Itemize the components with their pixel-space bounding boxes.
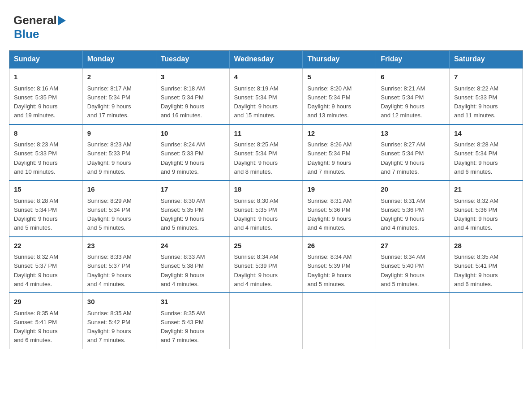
day-number: 27 — [381, 241, 445, 251]
day-info: Sunrise: 8:21 AMSunset: 5:34 PMDaylight:… — [381, 85, 425, 119]
calendar-cell: 23 Sunrise: 8:33 AMSunset: 5:37 PMDaylig… — [82, 237, 156, 293]
calendar-cell: 25 Sunrise: 8:34 AMSunset: 5:39 PMDaylig… — [229, 237, 303, 293]
calendar-cell — [450, 293, 523, 349]
calendar-cell: 24 Sunrise: 8:33 AMSunset: 5:38 PMDaylig… — [156, 237, 229, 293]
calendar-week-row: 22 Sunrise: 8:32 AMSunset: 5:37 PMDaylig… — [9, 237, 523, 293]
calendar-cell: 19 Sunrise: 8:31 AMSunset: 5:36 PMDaylig… — [303, 180, 376, 237]
day-number: 21 — [454, 184, 518, 195]
day-number: 1 — [14, 72, 78, 82]
day-number: 11 — [234, 128, 298, 139]
day-number: 19 — [307, 184, 371, 195]
day-info: Sunrise: 8:17 AMSunset: 5:34 PMDaylight:… — [87, 85, 132, 119]
day-number: 10 — [161, 128, 225, 139]
day-number: 22 — [14, 241, 78, 251]
day-info: Sunrise: 8:23 AMSunset: 5:33 PMDaylight:… — [14, 141, 58, 175]
page-header: General Blue — [9, 9, 523, 41]
day-info: Sunrise: 8:34 AMSunset: 5:39 PMDaylight:… — [307, 253, 352, 287]
calendar-cell: 27 Sunrise: 8:34 AMSunset: 5:40 PMDaylig… — [376, 237, 450, 293]
logo-general-text: General — [13, 13, 57, 27]
day-info: Sunrise: 8:31 AMSunset: 5:36 PMDaylight:… — [381, 197, 425, 231]
calendar-cell: 22 Sunrise: 8:32 AMSunset: 5:37 PMDaylig… — [9, 237, 83, 293]
day-info: Sunrise: 8:33 AMSunset: 5:38 PMDaylight:… — [161, 253, 205, 287]
calendar-cell: 1 Sunrise: 8:16 AMSunset: 5:35 PMDayligh… — [9, 68, 83, 124]
calendar-cell: 7 Sunrise: 8:22 AMSunset: 5:33 PMDayligh… — [450, 68, 523, 124]
calendar-cell: 26 Sunrise: 8:34 AMSunset: 5:39 PMDaylig… — [303, 237, 376, 293]
calendar-day-header: Thursday — [303, 51, 376, 68]
day-number: 12 — [307, 128, 371, 139]
day-number: 9 — [87, 128, 151, 139]
day-info: Sunrise: 8:29 AMSunset: 5:34 PMDaylight:… — [87, 197, 132, 231]
svg-marker-0 — [58, 16, 66, 26]
day-info: Sunrise: 8:32 AMSunset: 5:36 PMDaylight:… — [454, 197, 498, 231]
calendar-day-header: Saturday — [450, 51, 523, 68]
calendar-cell: 4 Sunrise: 8:19 AMSunset: 5:34 PMDayligh… — [229, 68, 303, 124]
day-number: 16 — [87, 184, 151, 195]
calendar-day-header: Sunday — [9, 51, 83, 68]
day-number: 25 — [234, 241, 298, 251]
calendar-cell: 9 Sunrise: 8:23 AMSunset: 5:33 PMDayligh… — [82, 124, 156, 181]
day-info: Sunrise: 8:22 AMSunset: 5:33 PMDaylight:… — [454, 85, 498, 119]
day-info: Sunrise: 8:35 AMSunset: 5:42 PMDaylight:… — [87, 310, 132, 344]
day-number: 18 — [234, 184, 298, 195]
day-info: Sunrise: 8:34 AMSunset: 5:39 PMDaylight:… — [234, 253, 279, 287]
calendar-cell: 2 Sunrise: 8:17 AMSunset: 5:34 PMDayligh… — [82, 68, 156, 124]
day-number: 29 — [14, 297, 78, 307]
day-info: Sunrise: 8:20 AMSunset: 5:34 PMDaylight:… — [307, 85, 352, 119]
day-number: 6 — [381, 72, 445, 82]
day-number: 23 — [87, 241, 151, 251]
day-number: 30 — [87, 297, 151, 307]
calendar-day-header: Tuesday — [156, 51, 229, 68]
day-info: Sunrise: 8:23 AMSunset: 5:33 PMDaylight:… — [87, 141, 132, 175]
day-info: Sunrise: 8:19 AMSunset: 5:34 PMDaylight:… — [234, 85, 279, 119]
calendar-cell: 31 Sunrise: 8:35 AMSunset: 5:43 PMDaylig… — [156, 293, 229, 349]
calendar-week-row: 29 Sunrise: 8:35 AMSunset: 5:41 PMDaylig… — [9, 293, 523, 349]
calendar-cell — [303, 293, 376, 349]
calendar-cell — [376, 293, 450, 349]
day-number: 24 — [161, 241, 225, 251]
calendar-cell: 3 Sunrise: 8:18 AMSunset: 5:34 PMDayligh… — [156, 68, 229, 124]
day-number: 3 — [161, 72, 225, 82]
calendar-cell: 17 Sunrise: 8:30 AMSunset: 5:35 PMDaylig… — [156, 180, 229, 237]
calendar-cell: 21 Sunrise: 8:32 AMSunset: 5:36 PMDaylig… — [450, 180, 523, 237]
day-info: Sunrise: 8:16 AMSunset: 5:35 PMDaylight:… — [14, 85, 58, 119]
logo-blue-text: Blue — [14, 27, 39, 41]
calendar-cell: 29 Sunrise: 8:35 AMSunset: 5:41 PMDaylig… — [9, 293, 83, 349]
day-info: Sunrise: 8:34 AMSunset: 5:40 PMDaylight:… — [381, 253, 425, 287]
day-info: Sunrise: 8:18 AMSunset: 5:34 PMDaylight:… — [161, 85, 205, 119]
calendar-cell: 14 Sunrise: 8:28 AMSunset: 5:34 PMDaylig… — [450, 124, 523, 181]
calendar-day-header: Monday — [82, 51, 156, 68]
calendar-cell: 15 Sunrise: 8:28 AMSunset: 5:34 PMDaylig… — [9, 180, 83, 237]
day-number: 2 — [87, 72, 151, 82]
calendar-cell: 30 Sunrise: 8:35 AMSunset: 5:42 PMDaylig… — [82, 293, 156, 349]
day-info: Sunrise: 8:35 AMSunset: 5:41 PMDaylight:… — [454, 253, 498, 287]
day-info: Sunrise: 8:28 AMSunset: 5:34 PMDaylight:… — [14, 197, 58, 231]
day-info: Sunrise: 8:35 AMSunset: 5:41 PMDaylight:… — [14, 310, 58, 344]
calendar-cell: 28 Sunrise: 8:35 AMSunset: 5:41 PMDaylig… — [450, 237, 523, 293]
day-number: 7 — [454, 72, 518, 82]
calendar-cell: 11 Sunrise: 8:25 AMSunset: 5:34 PMDaylig… — [229, 124, 303, 181]
day-info: Sunrise: 8:28 AMSunset: 5:34 PMDaylight:… — [454, 141, 498, 175]
calendar-cell: 5 Sunrise: 8:20 AMSunset: 5:34 PMDayligh… — [303, 68, 376, 124]
day-number: 20 — [381, 184, 445, 195]
day-info: Sunrise: 8:30 AMSunset: 5:35 PMDaylight:… — [234, 197, 279, 231]
calendar-cell: 12 Sunrise: 8:26 AMSunset: 5:34 PMDaylig… — [303, 124, 376, 181]
day-number: 28 — [454, 241, 518, 251]
day-number: 14 — [454, 128, 518, 139]
logo-arrow-icon — [58, 16, 66, 26]
logo: General Blue — [13, 13, 66, 41]
calendar-cell: 13 Sunrise: 8:27 AMSunset: 5:34 PMDaylig… — [376, 124, 450, 181]
calendar-cell: 8 Sunrise: 8:23 AMSunset: 5:33 PMDayligh… — [9, 124, 83, 181]
day-number: 26 — [307, 241, 371, 251]
calendar-cell: 6 Sunrise: 8:21 AMSunset: 5:34 PMDayligh… — [376, 68, 450, 124]
day-info: Sunrise: 8:35 AMSunset: 5:43 PMDaylight:… — [161, 310, 205, 344]
calendar-cell — [229, 293, 303, 349]
day-number: 31 — [161, 297, 225, 307]
calendar-cell: 20 Sunrise: 8:31 AMSunset: 5:36 PMDaylig… — [376, 180, 450, 237]
day-info: Sunrise: 8:24 AMSunset: 5:33 PMDaylight:… — [161, 141, 205, 175]
calendar-cell: 18 Sunrise: 8:30 AMSunset: 5:35 PMDaylig… — [229, 180, 303, 237]
calendar-day-header: Friday — [376, 51, 450, 68]
calendar-week-row: 8 Sunrise: 8:23 AMSunset: 5:33 PMDayligh… — [9, 124, 523, 181]
calendar-week-row: 15 Sunrise: 8:28 AMSunset: 5:34 PMDaylig… — [9, 180, 523, 237]
day-number: 17 — [161, 184, 225, 195]
day-number: 5 — [307, 72, 371, 82]
